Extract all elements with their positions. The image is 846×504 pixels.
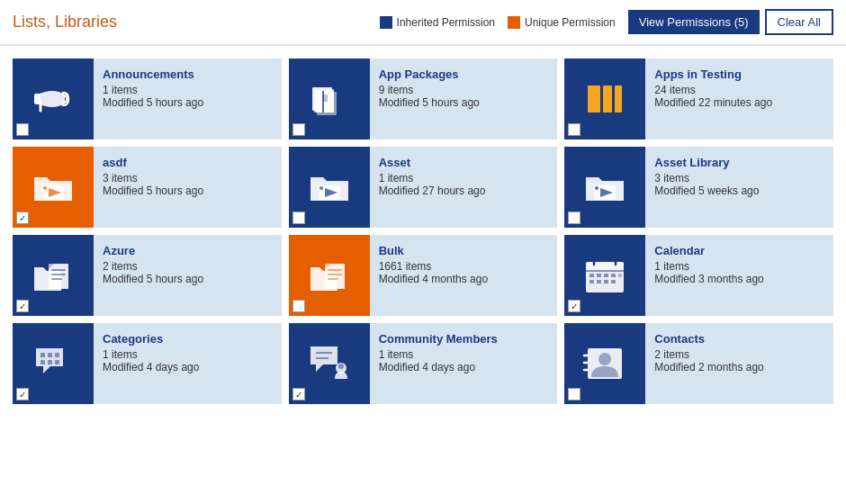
legend-unique: Unique Permission bbox=[508, 16, 616, 29]
svg-point-16 bbox=[320, 186, 323, 190]
svg-rect-37 bbox=[604, 280, 608, 284]
card-items-apps-in-testing: 24 items bbox=[654, 84, 824, 96]
svg-point-51 bbox=[338, 364, 344, 369]
svg-rect-47 bbox=[55, 360, 59, 364]
card-bulk[interactable]: Bulk 1661 items Modified 4 months ago bbox=[289, 235, 558, 316]
card-info-contacts: Contacts 2 items Modified 2 months ago bbox=[645, 323, 833, 404]
unique-dot bbox=[508, 16, 520, 29]
card-checkbox-azure[interactable] bbox=[16, 300, 29, 312]
card-icon-apps-in-testing bbox=[564, 58, 645, 140]
svg-rect-36 bbox=[597, 280, 601, 284]
svg-point-53 bbox=[598, 353, 611, 365]
card-info-community-members: Community Members 1 items Modified 4 day… bbox=[370, 323, 558, 404]
card-checkbox-announcements[interactable] bbox=[16, 123, 29, 136]
card-icon-contacts bbox=[564, 323, 645, 404]
svg-rect-44 bbox=[55, 353, 59, 357]
svg-rect-34 bbox=[611, 274, 616, 277]
card-icon-bulk bbox=[289, 235, 370, 316]
card-asset[interactable]: Asset 1 items Modified 27 hours ago bbox=[289, 147, 558, 228]
card-categories[interactable]: Categories 1 items Modified 4 days ago bbox=[13, 323, 282, 404]
svg-rect-46 bbox=[48, 360, 52, 364]
card-modified-azure: Modified 5 hours ago bbox=[103, 273, 273, 285]
card-name-announcements: Announcements bbox=[103, 68, 273, 81]
card-name-app-packages: App Packages bbox=[379, 68, 549, 81]
card-items-announcements: 1 items bbox=[103, 84, 273, 96]
svg-rect-31 bbox=[590, 274, 594, 277]
clear-all-button[interactable]: Clear All bbox=[765, 9, 833, 35]
card-items-contacts: 2 items bbox=[654, 348, 824, 361]
card-icon-asset bbox=[289, 147, 370, 228]
svg-rect-8 bbox=[588, 86, 600, 112]
card-checkbox-asdf[interactable] bbox=[16, 212, 29, 224]
card-modified-app-packages: Modified 5 hours ago bbox=[379, 96, 549, 109]
card-asdf[interactable]: asdf 3 items Modified 5 hours ago bbox=[13, 147, 282, 228]
card-items-asset-library: 3 items bbox=[654, 172, 824, 184]
svg-rect-22 bbox=[51, 274, 66, 275]
card-items-community-members: 1 items bbox=[379, 348, 549, 361]
card-info-asset: Asset 1 items Modified 27 hours ago bbox=[370, 147, 558, 228]
svg-rect-7 bbox=[323, 94, 328, 102]
svg-point-13 bbox=[43, 186, 47, 190]
svg-rect-43 bbox=[48, 353, 52, 357]
svg-rect-45 bbox=[40, 360, 45, 364]
svg-rect-26 bbox=[328, 274, 342, 275]
card-info-apps-in-testing: Apps in Testing 24 items Modified 22 min… bbox=[645, 58, 833, 140]
card-checkbox-app-packages[interactable] bbox=[292, 123, 305, 136]
card-azure[interactable]: Azure 2 items Modified 5 hours ago bbox=[13, 235, 282, 316]
card-community-members[interactable]: Community Members 1 items Modified 4 day… bbox=[289, 323, 558, 404]
card-checkbox-apps-in-testing[interactable] bbox=[568, 123, 580, 136]
card-checkbox-community-members[interactable] bbox=[292, 388, 305, 400]
card-app-packages[interactable]: App Packages 9 items Modified 5 hours ag… bbox=[289, 58, 558, 140]
card-info-categories: Categories 1 items Modified 4 days ago bbox=[94, 323, 282, 404]
card-icon-app-packages bbox=[289, 58, 370, 140]
svg-rect-32 bbox=[597, 274, 601, 277]
card-modified-community-members: Modified 4 days ago bbox=[379, 361, 549, 374]
card-info-bulk: Bulk 1661 items Modified 4 months ago bbox=[370, 235, 558, 316]
svg-rect-39 bbox=[618, 274, 622, 277]
card-checkbox-asset[interactable] bbox=[292, 212, 305, 224]
svg-point-19 bbox=[595, 186, 598, 190]
card-name-asset: Asset bbox=[379, 156, 549, 169]
card-icon-calendar bbox=[564, 235, 645, 316]
card-grid: Announcements 1 items Modified 5 hours a… bbox=[0, 46, 846, 408]
svg-rect-38 bbox=[611, 280, 616, 284]
card-checkbox-calendar[interactable] bbox=[568, 300, 580, 312]
view-permissions-button[interactable]: View Permissions (5) bbox=[628, 10, 760, 34]
svg-rect-21 bbox=[51, 269, 66, 271]
svg-rect-42 bbox=[40, 353, 45, 357]
card-apps-in-testing[interactable]: Apps in Testing 24 items Modified 22 min… bbox=[564, 58, 833, 140]
card-info-asset-library: Asset Library 3 items Modified 5 weeks a… bbox=[645, 147, 833, 228]
card-items-bulk: 1661 items bbox=[379, 260, 549, 273]
card-contacts[interactable]: Contacts 2 items Modified 2 months ago bbox=[564, 323, 833, 404]
card-asset-library[interactable]: Asset Library 3 items Modified 5 weeks a… bbox=[564, 147, 833, 228]
card-icon-asdf bbox=[13, 147, 94, 228]
card-name-apps-in-testing: Apps in Testing bbox=[654, 68, 824, 81]
card-checkbox-categories[interactable] bbox=[16, 388, 29, 400]
card-modified-asdf: Modified 5 hours ago bbox=[103, 184, 273, 197]
card-items-asset: 1 items bbox=[379, 172, 549, 184]
card-modified-asset: Modified 27 hours ago bbox=[379, 184, 549, 197]
card-calendar[interactable]: Calendar 1 items Modified 3 months ago bbox=[564, 235, 833, 316]
card-items-categories: 1 items bbox=[103, 348, 273, 361]
card-modified-asset-library: Modified 5 weeks ago bbox=[654, 184, 824, 197]
inherited-label: Inherited Permission bbox=[397, 16, 495, 29]
card-name-calendar: Calendar bbox=[654, 244, 824, 257]
card-icon-categories bbox=[13, 323, 94, 404]
card-checkbox-asset-library[interactable] bbox=[568, 212, 580, 224]
svg-rect-9 bbox=[603, 86, 612, 112]
card-icon-asset-library bbox=[564, 147, 645, 228]
card-checkbox-bulk[interactable] bbox=[292, 300, 305, 312]
inherited-dot bbox=[380, 16, 392, 29]
card-name-azure: Azure bbox=[103, 244, 273, 257]
svg-rect-20 bbox=[49, 264, 68, 289]
card-checkbox-contacts[interactable] bbox=[568, 388, 580, 400]
card-modified-categories: Modified 4 days ago bbox=[103, 361, 273, 374]
card-modified-calendar: Modified 3 months ago bbox=[654, 273, 824, 285]
card-icon-community-members bbox=[289, 323, 370, 404]
card-icon-announcements bbox=[13, 58, 94, 140]
card-announcements[interactable]: Announcements 1 items Modified 5 hours a… bbox=[13, 58, 282, 140]
card-items-calendar: 1 items bbox=[654, 260, 824, 273]
card-name-community-members: Community Members bbox=[379, 332, 549, 346]
card-name-asdf: asdf bbox=[103, 156, 273, 169]
card-icon-azure bbox=[13, 235, 94, 316]
